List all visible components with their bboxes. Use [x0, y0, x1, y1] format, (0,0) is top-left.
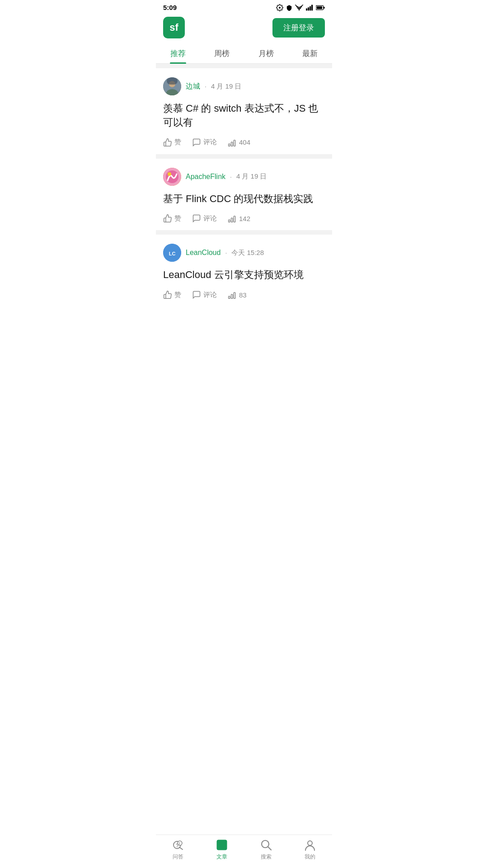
status-icons	[276, 4, 325, 11]
views-icon-2	[228, 214, 237, 223]
like-icon-2	[163, 214, 172, 223]
comment-icon-1	[192, 138, 201, 147]
status-bar: 5:09	[156, 0, 332, 13]
tab-latest[interactable]: 最新	[288, 44, 333, 63]
svg-rect-24	[231, 294, 233, 298]
article-title-1[interactable]: 羡慕 C# 的 switch 表达式不，JS 也可以有	[163, 102, 325, 130]
status-time: 5:09	[163, 4, 177, 11]
views-count-1: 404	[239, 138, 250, 146]
section-divider-2	[156, 154, 332, 159]
svg-rect-25	[234, 292, 235, 298]
comment-icon-3	[192, 290, 201, 299]
like-button-2[interactable]: 赞	[163, 214, 181, 223]
svg-rect-4	[311, 5, 313, 10]
svg-rect-33	[218, 847, 223, 848]
tabs: 推荐 周榜 月榜 最新	[156, 44, 332, 64]
article-title-2[interactable]: 基于 Flink CDC 的现代数据栈实践	[163, 192, 325, 206]
article-date-3: 今天 15:28	[231, 249, 264, 257]
article-date-2: 4 月 19 日	[236, 172, 267, 181]
bottom-nav: ? ! 问答 文章 搜索	[156, 835, 332, 868]
views-3: 83	[228, 290, 247, 299]
comment-label-2: 评论	[203, 214, 217, 223]
battery-icon	[316, 5, 325, 10]
shield-icon	[286, 4, 292, 11]
like-label-1: 赞	[174, 138, 181, 146]
dot-sep-3: ·	[225, 249, 227, 256]
nav-item-search[interactable]: 搜索	[244, 839, 288, 861]
comment-button-1[interactable]: 评论	[192, 138, 217, 147]
svg-rect-13	[231, 142, 233, 146]
article-title-3[interactable]: LeanCloud 云引擎支持预览环境	[163, 268, 325, 282]
like-icon-1	[163, 138, 172, 147]
svg-point-17	[168, 172, 171, 176]
article-actions-2: 赞 评论 142	[163, 214, 325, 223]
views-2: 142	[228, 214, 250, 223]
like-label-3: 赞	[174, 291, 181, 299]
search-icon	[260, 839, 272, 851]
svg-text:!: !	[178, 841, 180, 846]
views-count-2: 142	[239, 215, 250, 222]
avatar-2	[163, 168, 181, 186]
nav-label-search: 搜索	[261, 853, 272, 861]
qa-icon: ? !	[172, 839, 184, 851]
svg-rect-2	[308, 7, 309, 10]
tab-monthly[interactable]: 月榜	[244, 44, 288, 63]
settings-icon	[276, 4, 283, 11]
svg-rect-11	[167, 77, 178, 85]
views-1: 404	[228, 138, 250, 147]
views-count-3: 83	[239, 291, 247, 299]
comment-label-3: 评论	[203, 291, 217, 299]
tab-recommended[interactable]: 推荐	[156, 44, 200, 63]
svg-rect-1	[306, 8, 307, 10]
avatar-3: LC	[163, 244, 181, 262]
article-actions-1: 赞 评论 404	[163, 138, 325, 147]
nav-item-mine[interactable]: 我的	[288, 839, 333, 861]
dot-sep-2: ·	[230, 173, 232, 180]
like-button-3[interactable]: 赞	[163, 290, 181, 299]
like-icon-3	[163, 290, 172, 299]
logo[interactable]: sf	[163, 17, 185, 38]
nav-item-qa[interactable]: ? ! 问答	[156, 839, 200, 861]
svg-rect-6	[324, 6, 325, 8]
comment-button-2[interactable]: 评论	[192, 214, 217, 223]
signal-icon	[306, 5, 313, 11]
nav-label-articles: 文章	[216, 853, 227, 861]
mine-icon	[304, 839, 316, 851]
author-name-1[interactable]: 边城	[186, 82, 200, 91]
header: sf 注册登录	[156, 13, 332, 44]
article-item-3: LC LeanCloud · 今天 15:28 LeanCloud 云引擎支持预…	[156, 235, 332, 307]
comment-label-1: 评论	[203, 138, 217, 146]
comment-icon-2	[192, 214, 201, 223]
svg-rect-14	[234, 140, 235, 146]
nav-label-mine: 我的	[305, 853, 315, 861]
author-name-3[interactable]: LeanCloud	[186, 249, 221, 257]
comment-button-3[interactable]: 评论	[192, 290, 217, 299]
svg-point-0	[299, 9, 300, 10]
svg-rect-12	[229, 144, 230, 146]
views-icon-3	[228, 290, 237, 299]
article-meta-3: LC LeanCloud · 今天 15:28	[163, 244, 325, 262]
svg-point-35	[308, 841, 312, 845]
author-name-2[interactable]: ApacheFlink	[186, 173, 225, 181]
avatar-1	[163, 77, 181, 95]
content-area: 边城 · 4 月 19 日 羡慕 C# 的 switch 表达式不，JS 也可以…	[156, 64, 332, 343]
nav-label-qa: 问答	[173, 853, 183, 861]
svg-text:LC: LC	[169, 251, 176, 256]
nav-item-articles[interactable]: 文章	[200, 839, 244, 861]
article-date-1: 4 月 19 日	[211, 82, 242, 91]
section-divider-3	[156, 230, 332, 235]
tab-weekly[interactable]: 周榜	[200, 44, 244, 63]
article-meta-1: 边城 · 4 月 19 日	[163, 77, 325, 95]
article-meta-2: ApacheFlink · 4 月 19 日	[163, 168, 325, 186]
svg-rect-18	[229, 220, 230, 222]
register-button[interactable]: 注册登录	[272, 18, 325, 38]
svg-rect-19	[231, 218, 233, 222]
like-label-2: 赞	[174, 214, 181, 223]
svg-rect-31	[218, 842, 225, 844]
article-item-2: ApacheFlink · 4 月 19 日 基于 Flink CDC 的现代数…	[156, 159, 332, 231]
articles-icon	[216, 839, 228, 851]
dot-sep-1: ·	[205, 83, 206, 90]
like-button-1[interactable]: 赞	[163, 138, 181, 147]
svg-rect-32	[218, 844, 225, 846]
svg-rect-7	[317, 6, 323, 9]
